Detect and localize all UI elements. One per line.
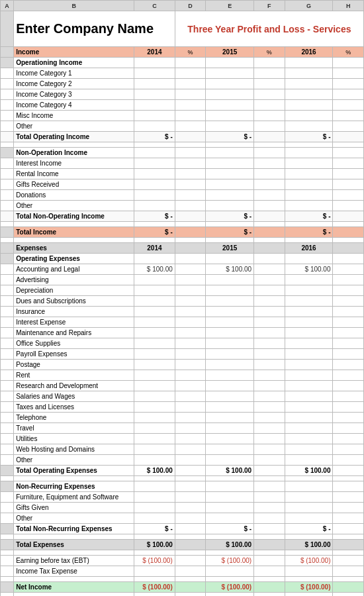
spacer-5 (1, 534, 364, 540)
col-d-header: D (175, 1, 205, 11)
exp-office: Office Supplies (1, 338, 364, 349)
spacer-7 (1, 577, 364, 582)
exp-maintenance: Maintenance and Repairs (1, 328, 364, 338)
income-tax-row: Income Tax Expense (1, 566, 364, 577)
spacer-6 (1, 550, 364, 556)
non-op-income-label: Non-Operation Income (14, 148, 134, 158)
col-f-header: F (254, 1, 285, 11)
col-e-header: E (206, 1, 254, 11)
operating-income-header: Operationing Income (1, 58, 364, 68)
total-operating-income-row: Total Operating Income $ - $ - $ - (1, 132, 364, 142)
total-expenses-row: Total Expenses $ 100.00 $ 100.00 $ 100.0… (1, 540, 364, 550)
income-section-header: Income 2014 % 2015 % 2016 % (1, 47, 364, 58)
exp-postage: Postage (1, 360, 364, 370)
exp-travel: Travel (1, 423, 364, 434)
income-cat-2: Income Category 2 (1, 79, 364, 89)
total-operating-expenses-row: Total Operating Expenses $ 100.00 $ 100.… (1, 466, 364, 476)
exp-furniture: Furniture, Equipment and Software (1, 492, 364, 503)
spacer-4 (1, 476, 364, 481)
nonop-donations: Donations (1, 190, 364, 201)
total-nonop-income-row: Total Non-Operating Income $ - $ - $ - (1, 211, 364, 222)
income-other: Other (1, 121, 364, 132)
exp-other-op: Other (1, 455, 364, 466)
exp-salaries: Salaries and Wages (1, 391, 364, 402)
nonop-other: Other (1, 201, 364, 211)
spacer-8 (1, 593, 364, 597)
exp-interest: Interest Expense (1, 317, 364, 328)
exp-advertising: Advertising (1, 275, 364, 285)
col-c-header: C (134, 1, 175, 11)
total-nonrecurring-row: Total Non-Recurring Expenses $ - $ - $ - (1, 524, 364, 534)
spacer-3 (1, 238, 364, 243)
total-income-row: Total Income $ - $ - $ - (1, 227, 364, 238)
col-header-row: A B C D E F G H (1, 1, 364, 11)
income-year-2014: 2014 (134, 47, 175, 58)
nonop-interest: Interest Income (1, 158, 364, 169)
exp-rent: Rent (1, 370, 364, 381)
income-misc: Misc Income (1, 111, 364, 121)
exp-accounting: Accounting and Legal $ 100.00 $ 100.00 $… (1, 264, 364, 275)
report-title: Three Year Profit and Loss - Services (175, 11, 363, 47)
exp-payroll: Payroll Expenses (1, 349, 364, 360)
spacer-2 (1, 222, 364, 227)
exp-depreciation: Depreciation (1, 285, 364, 296)
exp-telephone: Telephone (1, 413, 364, 423)
income-cat-1: Income Category 1 (1, 68, 364, 79)
expenses-section-header: Expenses 2014 2015 2016 (1, 243, 364, 254)
income-label: Income (14, 47, 134, 58)
exp-research: Research and Development (1, 381, 364, 391)
operating-expenses-header: Operating Expenses (1, 254, 364, 264)
spacer-1 (1, 142, 364, 148)
income-year-2015: 2015 (206, 47, 254, 58)
col-h-header: H (333, 1, 364, 11)
income-cat-4: Income Category 4 (1, 100, 364, 111)
exp-gifts-given: Gifts Given (1, 503, 364, 513)
exp-taxes: Taxes and Licenses (1, 402, 364, 413)
col-a-header: A (1, 1, 14, 11)
exp-dues: Dues and Subscriptions (1, 296, 364, 307)
title-row: Enter Company Name Three Year Profit and… (1, 11, 364, 47)
income-cat-3: Income Category 3 (1, 89, 364, 100)
company-name[interactable]: Enter Company Name (14, 11, 175, 47)
exp-web: Web Hosting and Domains (1, 444, 364, 455)
net-income-row: Net Income $ (100.00) $ (100.00) $ (100.… (1, 582, 364, 593)
exp-utilities: Utilities (1, 434, 364, 444)
operating-income-label: Operationing Income (14, 58, 134, 68)
nonop-gifts: Gifts Received (1, 179, 364, 190)
non-recurring-header: Non-Recurring Expenses (1, 481, 364, 492)
expenses-label: Expenses (14, 243, 134, 254)
ebt-row: Earning before tax (EBT) $ (100.00) $ (1… (1, 556, 364, 566)
nonop-rental: Rental Income (1, 169, 364, 179)
spreadsheet: A B C D E F G H Enter Company Name Three… (0, 0, 364, 596)
non-op-income-header: Non-Operation Income (1, 148, 364, 158)
exp-other-nr: Other (1, 513, 364, 524)
col-g-header: G (285, 1, 333, 11)
col-b-header: B (14, 1, 134, 11)
exp-insurance: Insurance (1, 307, 364, 317)
income-year-2016: 2016 (285, 47, 333, 58)
